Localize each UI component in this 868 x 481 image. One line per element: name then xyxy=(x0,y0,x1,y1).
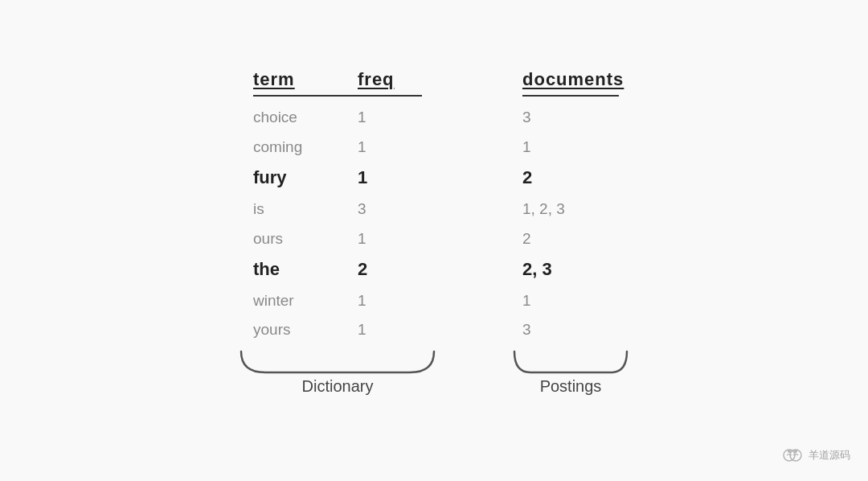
freq-cell: 1 xyxy=(358,133,422,162)
docs-cell: 2 xyxy=(522,162,619,195)
main-container: term choicecomingfuryisoursthewinteryour… xyxy=(233,69,635,396)
watermark-icon xyxy=(781,444,804,467)
dictionary-brace-label: Dictionary xyxy=(233,350,442,396)
term-cell: choice xyxy=(253,103,358,133)
freq-column: freq 11131211 xyxy=(358,69,422,345)
term-cell: ours xyxy=(253,224,358,254)
freq-cell: 1 xyxy=(358,103,422,133)
freq-cell: 1 xyxy=(358,286,422,316)
watermark: 羊道源码 xyxy=(781,444,850,467)
term-column: term choicecomingfuryisoursthewinteryour… xyxy=(253,69,358,345)
svg-point-3 xyxy=(794,450,797,453)
dictionary-section: term choicecomingfuryisoursthewinteryour… xyxy=(233,69,442,396)
dictionary-label: Dictionary xyxy=(302,377,374,396)
postings-label: Postings xyxy=(540,377,602,396)
docs-cell: 3 xyxy=(522,103,619,133)
docs-cell: 1, 2, 3 xyxy=(522,195,619,224)
term-cell: coming xyxy=(253,133,358,162)
watermark-text: 羊道源码 xyxy=(809,448,850,462)
svg-point-2 xyxy=(788,450,791,453)
dictionary-table: term choicecomingfuryisoursthewinteryour… xyxy=(253,69,422,345)
docs-column: documents 3121, 2, 322, 313 xyxy=(522,69,619,345)
term-cell: is xyxy=(253,195,358,224)
term-cell: winter xyxy=(253,286,358,316)
docs-cell: 1 xyxy=(522,286,619,316)
freq-cell: 1 xyxy=(358,162,422,195)
docs-cell: 1 xyxy=(522,133,619,162)
freq-cell: 2 xyxy=(358,253,422,286)
freq-cell: 1 xyxy=(358,224,422,254)
dictionary-brace-svg xyxy=(233,350,442,374)
docs-header: documents xyxy=(522,69,619,97)
term-cell: fury xyxy=(253,162,358,195)
postings-brace-label: Postings xyxy=(506,350,635,396)
postings-section: documents 3121, 2, 322, 313 Postings xyxy=(506,69,635,396)
term-header: term xyxy=(253,69,358,97)
docs-cell: 2 xyxy=(522,224,619,254)
freq-cell: 3 xyxy=(358,195,422,224)
docs-cell: 2, 3 xyxy=(522,253,619,286)
docs-cell: 3 xyxy=(522,315,619,345)
term-cell: the xyxy=(253,253,358,286)
freq-header: freq xyxy=(358,69,422,97)
postings-table: documents 3121, 2, 322, 313 xyxy=(522,69,619,345)
freq-cell: 1 xyxy=(358,315,422,345)
term-cell: yours xyxy=(253,315,358,345)
postings-brace-svg xyxy=(506,350,635,374)
